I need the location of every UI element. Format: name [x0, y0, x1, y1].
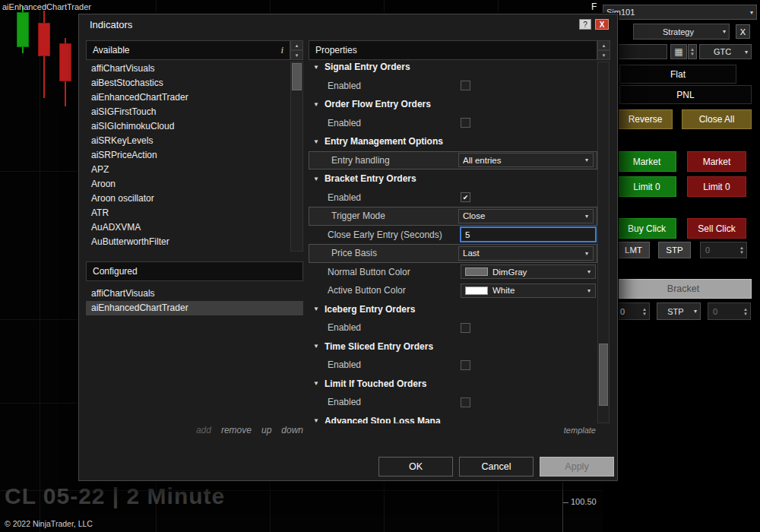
template-link[interactable]: template — [309, 426, 596, 435]
value-input[interactable]: 5 — [461, 227, 596, 242]
enabled-checkbox[interactable] — [461, 81, 470, 90]
enabled-checkbox[interactable] — [461, 360, 470, 370]
color-dropdown[interactable]: DimGray▾ — [461, 264, 596, 279]
collapse-triangle-icon[interactable]: ▼ — [313, 138, 319, 145]
buy-limit-button[interactable]: Limit 0 — [617, 176, 676, 197]
available-list-item[interactable]: AuADXVMA — [86, 220, 290, 235]
secondary-qty-stepper[interactable]: 0 ▲▼ — [708, 302, 751, 320]
available-list-item[interactable]: aiSRKeyLevels — [86, 134, 290, 148]
copyright-label: © 2022 NinjaTrader, LLC — [5, 519, 93, 528]
configured-list-item[interactable]: aiEnhancedChartTrader — [86, 301, 303, 315]
property-row: ▼Entry Management Options — [309, 132, 597, 151]
info-icon[interactable]: i — [280, 44, 283, 56]
buy-click-button[interactable]: Buy Click — [617, 218, 676, 239]
pnl-button[interactable]: PNL — [619, 85, 752, 104]
available-list-item[interactable]: aiSRPriceAction — [86, 148, 290, 163]
stp-button[interactable]: STP — [658, 242, 691, 258]
available-list-item[interactable]: aiSIGFirstTouch — [86, 105, 290, 119]
sell-market-button[interactable]: Market — [687, 151, 746, 172]
scroll-down-icon[interactable]: ▼ — [597, 50, 610, 60]
property-label: Enabled — [309, 192, 461, 203]
property-label: Enabled — [309, 118, 461, 128]
stop-qty-stepper[interactable]: 0 ▲▼ — [700, 242, 747, 258]
spinner-down-icon[interactable]: ▼ — [642, 312, 647, 316]
value-dropdown[interactable]: Close▾ — [458, 209, 594, 223]
available-list-item[interactable]: APZ — [86, 163, 290, 177]
help-button[interactable]: ? — [579, 19, 591, 30]
scrollbar-thumb[interactable] — [599, 344, 608, 406]
enabled-checkbox[interactable] — [461, 323, 470, 333]
property-label: ▼Time Sliced Entry Orders — [309, 341, 461, 352]
account-selector[interactable]: Sim101 ▾ — [603, 5, 757, 20]
available-list-item[interactable]: AuButterworthFilter — [86, 235, 290, 249]
reverse-button[interactable]: Reverse — [618, 109, 673, 129]
close-button[interactable]: X — [595, 19, 609, 30]
scrollbar-thumb[interactable] — [292, 63, 302, 90]
property-label: Entry handling — [312, 155, 458, 166]
available-list-item[interactable]: affiChartVisuals — [86, 62, 290, 76]
lmt-button[interactable]: LMT — [617, 242, 650, 258]
property-label: Enabled — [309, 397, 461, 407]
buy-market-button[interactable]: Market — [617, 151, 676, 172]
property-value: Last▾ — [458, 246, 594, 261]
order-type-label: STP — [660, 307, 691, 316]
order-type-selector[interactable]: STP ▾ — [657, 302, 701, 320]
chevron-down-icon: ▾ — [581, 250, 593, 257]
strategy-close-button[interactable]: X — [736, 24, 750, 39]
grid-line — [40, 0, 40, 532]
collapse-triangle-icon[interactable]: ▼ — [313, 101, 319, 108]
flat-button[interactable]: Flat — [619, 65, 736, 84]
quantity-stepper[interactable]: 0 ▲▼ — [615, 302, 650, 320]
close-all-button[interactable]: Close All — [682, 109, 752, 129]
available-list-item[interactable]: ATR — [86, 206, 290, 220]
value-dropdown[interactable]: Last▾ — [458, 246, 594, 261]
group-label: Limit If Touched Orders — [325, 378, 426, 389]
property-row: Enabled✔ — [309, 188, 597, 207]
spinner-down-icon[interactable]: ▼ — [690, 52, 695, 56]
scroll-up-icon[interactable]: ▲ — [290, 40, 303, 50]
property-label: ▼Advanced Stop Loss Mana — [309, 416, 461, 423]
cancel-button[interactable]: Cancel — [459, 457, 534, 477]
down-button[interactable]: down — [281, 425, 303, 435]
value-dropdown[interactable]: All entries▾ — [458, 153, 594, 167]
enabled-checkbox[interactable]: ✔ — [461, 192, 470, 202]
strategy-selector[interactable]: Strategy ▾ — [633, 24, 730, 40]
available-list-item[interactable]: aiEnhancedChartTrader — [86, 90, 290, 105]
remove-button[interactable]: remove — [221, 425, 252, 435]
available-list-item[interactable]: Aroon — [86, 177, 290, 192]
atm-strategy-input[interactable] — [613, 44, 667, 59]
property-value — [461, 397, 597, 407]
group-label: Time Sliced Entry Orders — [325, 341, 433, 352]
tif-selector[interactable]: GTC ▾ — [699, 44, 752, 59]
dom-grid-icon[interactable]: ▦ — [670, 44, 687, 59]
available-list-item[interactable]: aiSIGIchimokuCloud — [86, 119, 290, 134]
collapse-triangle-icon[interactable]: ▼ — [313, 417, 319, 423]
atm-stepper[interactable]: ▲▼ — [688, 44, 697, 59]
sell-limit-button[interactable]: Limit 0 — [687, 176, 746, 197]
dialog-titlebar[interactable]: Indicators — [79, 14, 617, 35]
properties-scrollbar[interactable] — [597, 62, 610, 423]
sell-click-button[interactable]: Sell Click — [687, 218, 746, 239]
collapse-triangle-icon[interactable]: ▼ — [313, 64, 319, 71]
bracket-button[interactable]: Bracket — [615, 279, 752, 299]
collapse-triangle-icon[interactable]: ▼ — [313, 306, 319, 312]
available-scrollbar[interactable] — [290, 62, 303, 252]
ok-button[interactable]: OK — [378, 457, 453, 477]
spinner-down-icon[interactable]: ▼ — [743, 312, 748, 316]
available-list-item[interactable]: Aroon oscillator — [86, 192, 290, 206]
property-value: 5 — [461, 227, 597, 242]
add-button[interactable]: add — [196, 425, 211, 435]
enabled-checkbox[interactable] — [461, 397, 470, 407]
collapse-triangle-icon[interactable]: ▼ — [313, 176, 319, 182]
spinner-down-icon[interactable]: ▼ — [739, 250, 744, 255]
color-dropdown[interactable]: White▾ — [461, 283, 596, 298]
scroll-down-icon[interactable]: ▼ — [290, 50, 303, 60]
scroll-up-icon[interactable]: ▲ — [597, 40, 610, 50]
collapse-triangle-icon[interactable]: ▼ — [313, 380, 319, 387]
up-button[interactable]: up — [261, 425, 271, 435]
trading-panel: Sim101 ▾ Strategy ▾ X ▦ ▲▼ GTC ▾ Flat PN… — [603, 0, 760, 532]
collapse-triangle-icon[interactable]: ▼ — [313, 343, 319, 350]
available-list-item[interactable]: aiBestStochastics — [86, 76, 290, 90]
configured-list-item[interactable]: affiChartVisuals — [86, 287, 303, 301]
enabled-checkbox[interactable] — [461, 118, 470, 128]
